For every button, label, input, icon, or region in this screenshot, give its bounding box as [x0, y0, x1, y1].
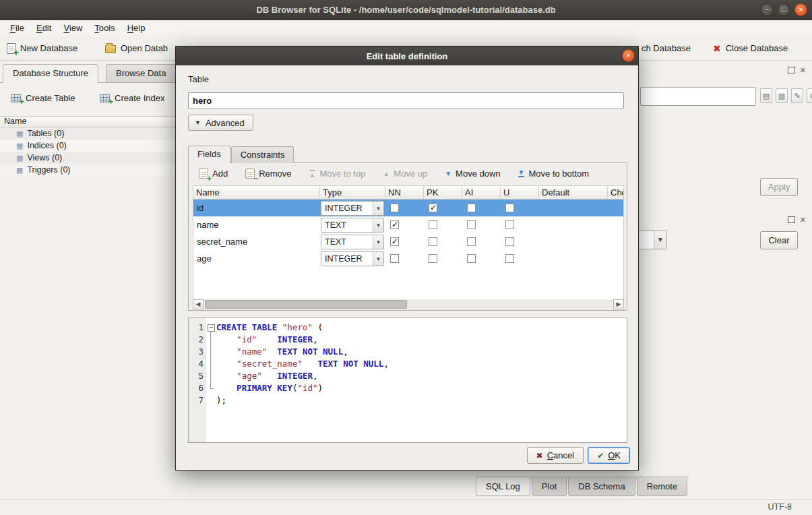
menu-help[interactable]: Help — [121, 22, 152, 34]
apply-button[interactable]: Apply — [760, 178, 798, 196]
horizontal-scrollbar[interactable]: ◀ ▶ — [193, 299, 624, 309]
open-database-button[interactable]: Open Datab — [100, 38, 173, 58]
attach-database-button[interactable]: ch Database — [636, 38, 696, 58]
default-cell[interactable] — [539, 200, 608, 216]
fold-marker[interactable] — [206, 322, 215, 334]
float-dock-icon[interactable] — [788, 216, 795, 223]
field-name-cell[interactable]: secret_name — [193, 233, 320, 250]
sql-segment: , — [383, 359, 389, 369]
bottom-tab-db-schema[interactable]: DB Schema — [568, 477, 635, 496]
remove-button[interactable]: −Remove — [239, 166, 297, 181]
field-name-cell[interactable]: name — [193, 216, 320, 233]
new-database-button[interactable]: New Database — [1, 38, 83, 58]
create-table-button[interactable]: + Create Table — [4, 89, 82, 107]
bottom-tab-remote[interactable]: Remote — [637, 477, 688, 496]
clear-button[interactable]: Clear — [760, 231, 798, 249]
default-cell[interactable] — [539, 233, 608, 250]
ok-button[interactable]: ✔OK — [588, 447, 630, 464]
ai-checkbox[interactable] — [467, 220, 476, 229]
bottom-tab-plot[interactable]: Plot — [532, 477, 567, 496]
type-combobox[interactable]: INTEGER▾ — [321, 251, 384, 266]
sql-segment — [257, 334, 277, 344]
check-cell[interactable] — [608, 250, 624, 267]
dialog-tab-constraints[interactable]: Constraints — [231, 146, 294, 163]
tab-database-structure[interactable]: Database Structure — [3, 64, 98, 83]
type-combobox[interactable]: TEXT▾ — [321, 235, 384, 249]
grid-column-header-type[interactable]: Type — [320, 186, 385, 200]
check-cell[interactable] — [608, 200, 624, 216]
grid-column-header-default[interactable]: Default — [539, 186, 608, 200]
nn-checkbox[interactable] — [390, 220, 399, 229]
menu-tools[interactable]: Tools — [88, 22, 121, 34]
table-name-input[interactable] — [188, 92, 624, 109]
cell-editor-field[interactable] — [640, 87, 756, 106]
sql-segment: INTEGER — [277, 334, 313, 344]
close-database-button[interactable]: ✖ Close Database — [708, 38, 793, 58]
pk-checkbox[interactable] — [429, 237, 437, 246]
nn-checkbox[interactable] — [390, 254, 399, 263]
cell-editor-icon-3[interactable]: ✎ — [791, 88, 803, 103]
u-checkbox[interactable] — [505, 204, 514, 212]
cancel-button[interactable]: ✖Cancel — [527, 447, 584, 464]
dialog-titlebar[interactable]: Edit table definition × — [176, 47, 638, 65]
close-dock-icon[interactable]: ✕ — [800, 65, 806, 75]
menu-file[interactable]: File — [4, 22, 30, 34]
sql-line: "age" INTEGER, — [216, 370, 627, 382]
tab-browse-data[interactable]: Browse Data — [106, 64, 176, 82]
field-row-id[interactable]: idINTEGER▾ — [193, 200, 623, 216]
advanced-toggle-button[interactable]: ▼ Advanced — [188, 115, 253, 131]
type-combobox[interactable]: INTEGER▾ — [321, 201, 384, 216]
scroll-right-icon[interactable]: ▶ — [613, 299, 624, 309]
ai-checkbox[interactable] — [467, 254, 476, 263]
grid-column-header-pk[interactable]: PK — [424, 186, 462, 200]
default-cell[interactable] — [539, 216, 608, 233]
field-row-age[interactable]: ageINTEGER▾ — [193, 250, 623, 267]
bottom-tab-sql-log[interactable]: SQL Log — [476, 477, 530, 496]
grid-column-header-u[interactable]: U — [501, 186, 539, 200]
ai-checkbox[interactable] — [467, 237, 476, 246]
cell-editor-icon-1[interactable]: ▤ — [760, 88, 772, 103]
menu-view[interactable]: View — [57, 22, 88, 34]
grid-column-header-nn[interactable]: NN — [385, 186, 424, 200]
field-row-secret-name[interactable]: secret_nameTEXT▾ — [193, 233, 623, 250]
nn-checkbox[interactable] — [390, 237, 399, 246]
float-dock-icon[interactable] — [788, 67, 795, 73]
u-checkbox[interactable] — [505, 254, 514, 263]
default-cell[interactable] — [539, 250, 608, 267]
cell-editor-icon-4[interactable]: ⊘ — [807, 88, 812, 103]
check-cell[interactable] — [608, 216, 624, 233]
u-checkbox[interactable] — [505, 220, 514, 229]
u-checkbox[interactable] — [505, 237, 514, 246]
move-to-top-button: ▲Move to top — [303, 166, 372, 181]
pk-checkbox[interactable] — [429, 220, 437, 229]
pk-checkbox[interactable] — [429, 254, 437, 263]
maximize-button[interactable]: □ — [778, 3, 790, 16]
minimize-button[interactable]: − — [761, 3, 774, 16]
ai-checkbox[interactable] — [467, 204, 476, 212]
check-cell[interactable] — [608, 233, 624, 250]
dialog-close-button[interactable]: × — [622, 49, 635, 62]
close-dock-icon[interactable]: ✕ — [800, 215, 806, 224]
create-index-button[interactable]: + Create Index — [93, 89, 171, 107]
move-down-icon: ▼ — [445, 171, 451, 177]
bottom-dock-tab-bar: SQL LogPlotDB SchemaRemote — [476, 477, 689, 496]
grid-column-header-che[interactable]: Che — [608, 186, 624, 200]
scroll-left-icon[interactable]: ◀ — [193, 299, 204, 309]
move-down-button[interactable]: ▼Move down — [439, 166, 506, 181]
grid-column-header-ai[interactable]: AI — [462, 186, 501, 200]
dialog-tab-fields[interactable]: Fields — [188, 146, 230, 163]
type-combobox[interactable]: TEXT▾ — [321, 218, 384, 233]
field-name-cell[interactable]: age — [193, 250, 320, 267]
field-name-cell[interactable]: id — [193, 200, 320, 216]
grid-column-header-name[interactable]: Name — [193, 186, 320, 200]
close-window-button[interactable]: × — [794, 3, 807, 16]
move-to-bottom-button[interactable]: ▼Move to bottom — [512, 166, 596, 181]
pk-checkbox[interactable] — [429, 204, 437, 212]
field-row-name[interactable]: nameTEXT▾ — [193, 216, 623, 233]
sql-code[interactable]: CREATE TABLE "hero" ( "id" INTEGER, "nam… — [215, 318, 627, 442]
scrollbar-thumb[interactable] — [205, 300, 407, 309]
menu-edit[interactable]: Edit — [30, 22, 57, 34]
nn-checkbox[interactable] — [390, 204, 399, 212]
add-button[interactable]: +Add — [193, 166, 234, 181]
cell-editor-icon-2[interactable]: ▥ — [776, 88, 788, 103]
